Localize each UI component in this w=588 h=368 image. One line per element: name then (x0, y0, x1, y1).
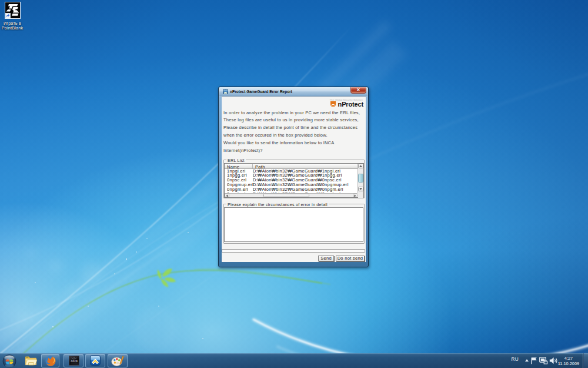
svg-text:AION: AION (71, 360, 78, 363)
